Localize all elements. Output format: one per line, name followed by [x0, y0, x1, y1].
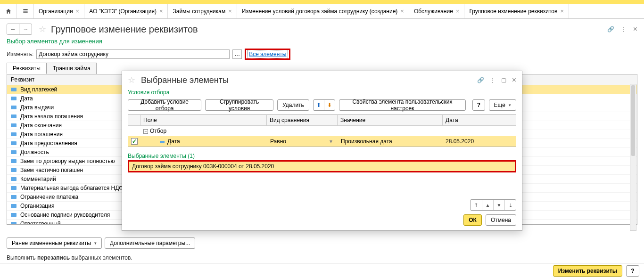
move-top-icon[interactable]: ⤒: [471, 200, 482, 210]
th-field: Поле: [140, 115, 267, 125]
star-icon[interactable]: ☆: [39, 24, 46, 34]
move-up-icon[interactable]: ▲: [482, 200, 493, 210]
group-conditions-button[interactable]: Сгруппировать условия: [205, 99, 273, 111]
field-icon: [11, 222, 17, 224]
field-icon: [11, 186, 17, 190]
nav-forward-button: →: [19, 24, 32, 34]
selected-elements-label: Выбранные элементы (1): [122, 147, 522, 160]
cancel-button[interactable]: Отмена: [486, 214, 516, 226]
move-buttons: ⬆ ⬇: [313, 99, 335, 111]
kebab-icon[interactable]: ⋮: [490, 77, 495, 83]
field-icon: [11, 150, 17, 154]
collapse-icon[interactable]: −: [143, 129, 148, 134]
dialog-title: Выбранные элементы: [141, 75, 229, 85]
filter-row[interactable]: ✓ Дата Равно▾ Произвольная дата 28.05.20…: [128, 136, 516, 147]
selected-elements-list: Договор займа сотруднику 00ЗК-000004 от …: [128, 160, 516, 172]
tab-org-ketz[interactable]: АО "КЭТЗ" (Организация)×: [84, 4, 168, 18]
close-icon[interactable]: ×: [560, 8, 564, 15]
th-value: Значение: [338, 115, 443, 125]
help-button[interactable]: ?: [472, 99, 485, 111]
link-icon[interactable]: 🔗: [607, 26, 614, 33]
tab-maintenance[interactable]: Обслуживание×: [409, 4, 464, 18]
filter-tree-root[interactable]: −Отбор: [128, 126, 516, 136]
move-bottom-icon[interactable]: ⤓: [504, 200, 516, 210]
tab-organizations[interactable]: Организации×: [34, 4, 84, 18]
tab-label: АО "КЭТЗ" (Организация): [89, 8, 157, 15]
field-icon: [11, 168, 17, 172]
close-page-icon[interactable]: ×: [633, 25, 637, 33]
tab-label: Организации: [39, 8, 73, 15]
field-icon: [11, 132, 17, 136]
close-icon[interactable]: ×: [400, 8, 404, 15]
nav-back-button[interactable]: ←: [7, 24, 19, 34]
th-compare: Вид сравнения: [267, 115, 338, 125]
page-title: Групповое изменение реквизитов: [51, 24, 198, 35]
sort-buttons: ⤒ ▲ ▼ ⤓: [470, 199, 516, 211]
tab-loans[interactable]: Займы сотрудникам×: [168, 4, 237, 18]
maximize-icon[interactable]: ▢: [501, 77, 506, 83]
close-icon[interactable]: ×: [512, 76, 516, 84]
tab-label: Групповое изменение реквизитов: [469, 8, 557, 15]
recent-requisites-button[interactable]: Ранее измененные реквизиты: [7, 237, 102, 249]
tab-group-change[interactable]: Групповое изменение реквизитов×: [464, 4, 569, 18]
tab-loan-change[interactable]: Изменение условий договора займа сотрудн…: [237, 4, 409, 18]
move-down-button[interactable]: ⬇: [324, 100, 334, 110]
field-icon: [11, 213, 17, 217]
ok-button[interactable]: ОК: [463, 214, 482, 226]
field-icon: [11, 106, 17, 109]
selected-element-row[interactable]: Договор займа сотруднику 00ЗК-000004 от …: [129, 162, 515, 171]
field-icon: [11, 114, 17, 118]
field-icon: [160, 141, 165, 143]
move-up-button[interactable]: ⬆: [314, 100, 324, 110]
apply-button[interactable]: Изменить реквизиты: [553, 265, 622, 277]
close-icon[interactable]: ×: [456, 8, 460, 15]
change-label: Изменять:: [7, 51, 33, 57]
checkbox[interactable]: ✓: [131, 138, 138, 145]
add-condition-button[interactable]: Добавить условие отбора: [128, 99, 201, 111]
info-text: Выполнить перезапись выбранных элементов…: [7, 254, 132, 261]
field-icon: [11, 88, 17, 91]
kebab-icon[interactable]: ⋮: [621, 26, 627, 33]
help-button[interactable]: ?: [626, 265, 639, 277]
more-button[interactable]: Еще: [489, 99, 516, 111]
tab-tranches[interactable]: Транши займа: [47, 63, 97, 74]
tab-label: Займы сотрудникам: [173, 8, 225, 15]
dropdown-icon[interactable]: ▾: [327, 138, 335, 145]
delete-button[interactable]: Удалить: [277, 99, 309, 111]
field-icon: [11, 141, 17, 145]
tab-label: Обслуживание: [414, 8, 453, 15]
close-icon[interactable]: ×: [159, 8, 163, 15]
tab-label: Изменение условий договора займа сотрудн…: [242, 8, 398, 15]
filter-table: Поле Вид сравнения Значение Дата −Отбор …: [128, 114, 516, 147]
field-icon: [11, 177, 17, 181]
grid-scrollbar[interactable]: [630, 84, 636, 231]
filter-conditions-label: Условия отбора: [122, 89, 522, 98]
additional-params-button[interactable]: Дополнительные параметры...: [105, 237, 195, 249]
link-icon[interactable]: 🔗: [477, 77, 484, 83]
selected-elements-dialog: ☆ Выбранные элементы 🔗 ⋮ ▢ × Условия отб…: [122, 71, 522, 231]
move-down-icon[interactable]: ▼: [493, 200, 504, 210]
all-elements-link[interactable]: Все элементы: [247, 50, 288, 58]
th-date: Дата: [443, 115, 516, 125]
field-icon: [11, 97, 17, 100]
change-type-input[interactable]: [36, 49, 230, 59]
favorites-button[interactable]: [17, 4, 34, 18]
selection-link[interactable]: Выбор элементов для изменения: [0, 38, 644, 48]
lookup-button[interactable]: …: [232, 49, 242, 59]
settings-props-button[interactable]: Свойства элемента пользовательских настр…: [339, 99, 466, 111]
close-icon[interactable]: ×: [228, 8, 232, 15]
star-icon[interactable]: ☆: [128, 75, 135, 85]
field-icon: [11, 159, 17, 163]
home-button[interactable]: [0, 4, 17, 18]
tab-requisites[interactable]: Реквизиты: [7, 63, 47, 74]
field-icon: [11, 195, 17, 199]
field-icon: [11, 123, 17, 127]
close-icon[interactable]: ×: [76, 8, 80, 15]
field-icon: [11, 204, 17, 208]
